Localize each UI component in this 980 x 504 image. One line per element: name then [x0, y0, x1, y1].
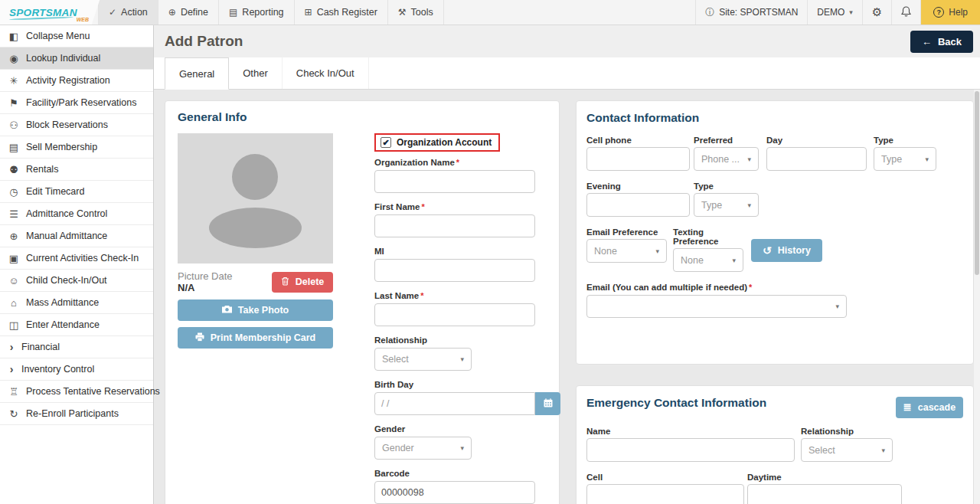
back-button[interactable]: ← Back — [910, 31, 973, 53]
topnav-right: ⓘ Site: SPORTSMAN DEMO ▾ ⚙ ? Help — [695, 0, 980, 25]
sidebar-item-edit-timecard[interactable]: ◷ Edit Timecard — [0, 181, 153, 203]
sidebar-item-admittance-control[interactable]: ☰ Admittance Control — [0, 203, 153, 225]
picture-date-value: N/A — [178, 282, 233, 293]
menu-define-label: Define — [181, 7, 208, 18]
sidebar-item-facility-park-reservations[interactable]: ⚑ Facility/Park Reservations — [0, 92, 153, 114]
tools-icon: ⚒ — [398, 7, 407, 18]
menu-reporting[interactable]: ▤ Reporting — [219, 0, 295, 25]
circle-plus-icon: ⊕ — [168, 7, 176, 18]
tab-check-in-out[interactable]: Check In/Out — [283, 57, 369, 89]
sidebar-item-rentals[interactable]: ⚉ Rentals — [0, 159, 153, 181]
email-select[interactable]: ▾ — [586, 295, 847, 318]
sidebar-item-process-tentative-reservations[interactable]: ♖ Process Tentative Reservations — [0, 381, 153, 403]
calendar-button[interactable] — [535, 392, 560, 415]
info-icon: ⓘ — [705, 6, 714, 19]
sidebar-item-label: Lookup Individual — [26, 53, 100, 64]
check-icon: ✓ — [109, 7, 116, 18]
vertical-scrollbar[interactable] — [974, 90, 980, 504]
tab-general[interactable]: General — [165, 57, 229, 90]
cascade-button[interactable]: ≣ cascade — [896, 397, 963, 418]
day-type-label: Type — [874, 136, 936, 145]
barcode-input[interactable] — [374, 481, 535, 504]
flag-icon: ⚑ — [8, 97, 20, 109]
barcode-label: Barcode — [374, 469, 560, 478]
birth-day-input[interactable] — [374, 392, 535, 415]
question-mark-icon: ? — [933, 7, 944, 18]
menu-cash-register[interactable]: ⊞ Cash Register — [295, 0, 388, 25]
relationship-select[interactable]: Select ▾ — [374, 348, 472, 371]
texting-preference-select[interactable]: None ▾ — [673, 248, 743, 272]
sidebar-item-label: Rentals — [26, 164, 58, 175]
menu-define[interactable]: ⊕ Define — [158, 0, 219, 25]
emergency-relationship-select[interactable]: Select ▾ — [801, 438, 893, 462]
sidebar-item-re-enroll-participants[interactable]: ↻ Re-Enroll Participants — [0, 403, 153, 425]
chevron-down-icon: ▾ — [747, 155, 751, 163]
emergency-name-input[interactable] — [586, 438, 795, 462]
environment-dropdown[interactable]: DEMO ▾ — [807, 0, 862, 25]
sidebar-item-child-check-in-out[interactable]: ☺ Child Check-In/Out — [0, 270, 153, 292]
organization-name-input[interactable] — [374, 170, 535, 193]
sidebar-item-collapse-menu[interactable]: ◧ Collapse Menu — [0, 25, 153, 47]
evening-type-select[interactable]: Type ▾ — [694, 193, 759, 217]
sidebar-item-mass-admittance[interactable]: ⌂ Mass Admittance — [0, 292, 153, 314]
tab-other[interactable]: Other — [229, 57, 283, 89]
sidebar-item-current-activities-check-in[interactable]: ▣ Current Activities Check-In — [0, 247, 153, 270]
printer-icon — [195, 332, 204, 344]
evening-phone-input[interactable] — [586, 193, 690, 217]
sidebar-item-enter-attendance[interactable]: ◫ Enter Attendance — [0, 314, 153, 336]
cell-phone-input[interactable] — [586, 147, 690, 171]
sidebar-item-label: Block Reservations — [26, 119, 108, 130]
person-search-icon: ◉ — [8, 53, 20, 64]
preferred-select[interactable]: Phone ... ▾ — [694, 147, 759, 171]
membership-card-icon: ▤ — [8, 142, 20, 153]
app-logo[interactable]: SPORTSMAN WEB — [0, 0, 90, 25]
site-label: Site: SPORTSMAN — [719, 7, 798, 18]
history-button[interactable]: ↺ History — [751, 239, 822, 262]
emergency-cell-input[interactable] — [586, 484, 744, 504]
settings-button[interactable]: ⚙ — [862, 0, 891, 25]
emergency-contact-title: Emergency Contact Information — [586, 396, 766, 410]
email-preference-select[interactable]: None ▾ — [586, 239, 667, 263]
mi-input[interactable] — [374, 259, 535, 282]
menu-tools-label: Tools — [411, 7, 433, 18]
sidebar-item-block-reservations[interactable]: ⚇ Block Reservations — [0, 114, 153, 136]
scrollbar-thumb[interactable] — [975, 91, 979, 275]
evening-type-label: Type — [694, 182, 759, 191]
sidebar-item-financial[interactable]: › Financial — [0, 336, 153, 358]
sidebar-item-sell-membership[interactable]: ▤ Sell Membership — [0, 136, 153, 159]
last-name-input[interactable] — [374, 303, 535, 326]
sidebar-item-activity-registration[interactable]: ✳ Activity Registration — [0, 70, 153, 92]
group-icon: ☰ — [8, 208, 20, 220]
day-type-select[interactable]: Type ▾ — [874, 147, 936, 171]
sidebar-item-inventory-control[interactable]: › Inventory Control — [0, 358, 153, 381]
print-membership-card-button[interactable]: Print Membership Card — [178, 327, 333, 349]
site-selector[interactable]: ⓘ Site: SPORTSMAN — [695, 0, 807, 25]
menu-reporting-label: Reporting — [242, 7, 283, 18]
first-name-label: First Name* — [374, 202, 560, 211]
day-phone-input[interactable] — [766, 147, 867, 171]
required-asterisk: * — [421, 202, 424, 211]
take-photo-button[interactable]: Take Photo — [178, 299, 333, 321]
notifications-button[interactable] — [891, 0, 920, 25]
delete-photo-button[interactable]: Delete — [272, 272, 333, 293]
help-button[interactable]: ? Help — [920, 0, 980, 25]
gender-select-value: Gender — [382, 443, 414, 453]
emergency-daytime-input[interactable] — [747, 484, 902, 504]
print-membership-card-label: Print Membership Card — [211, 332, 316, 343]
emergency-daytime-label: Daytime — [747, 473, 902, 482]
relationship-label: Relationship — [374, 335, 560, 345]
sidebar-item-label: Current Activities Check-In — [26, 253, 139, 263]
clipboard-icon: ▣ — [8, 253, 20, 264]
document-icon: ▤ — [229, 7, 237, 18]
gender-select[interactable]: Gender ▾ — [374, 437, 472, 460]
door-icon: ◫ — [8, 319, 20, 331]
sidebar-item-manual-admittance[interactable]: ⊕ Manual Admittance — [0, 225, 153, 247]
organization-account-label: Organization Account — [397, 137, 492, 148]
chevron-down-icon: ▾ — [881, 447, 885, 454]
menu-tools[interactable]: ⚒ Tools — [388, 0, 444, 25]
first-name-input[interactable] — [374, 214, 535, 237]
organization-account-checkbox[interactable]: ✔ — [381, 137, 391, 148]
sidebar-item-label: Enter Attendance — [26, 319, 100, 330]
menu-action[interactable]: ✓ Action — [98, 0, 158, 25]
sidebar-item-lookup-individual[interactable]: ◉ Lookup Individual — [0, 47, 153, 70]
